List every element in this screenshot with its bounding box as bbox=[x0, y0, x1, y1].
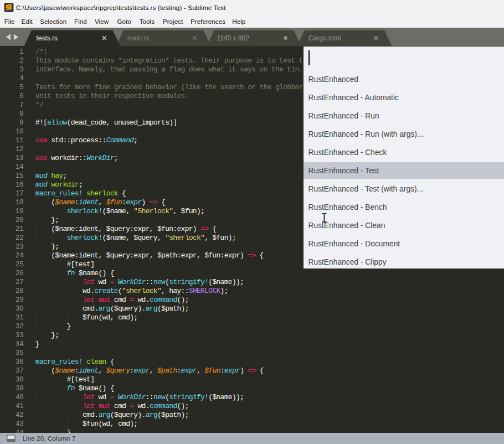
svg-text:1140 x 802: 1140 x 802 bbox=[217, 34, 249, 42]
svg-text:Cargo.toml: Cargo.toml bbox=[308, 34, 341, 42]
svg-text:tests.rs: tests.rs bbox=[36, 34, 58, 42]
svg-text:main.rs: main.rs bbox=[127, 34, 149, 42]
